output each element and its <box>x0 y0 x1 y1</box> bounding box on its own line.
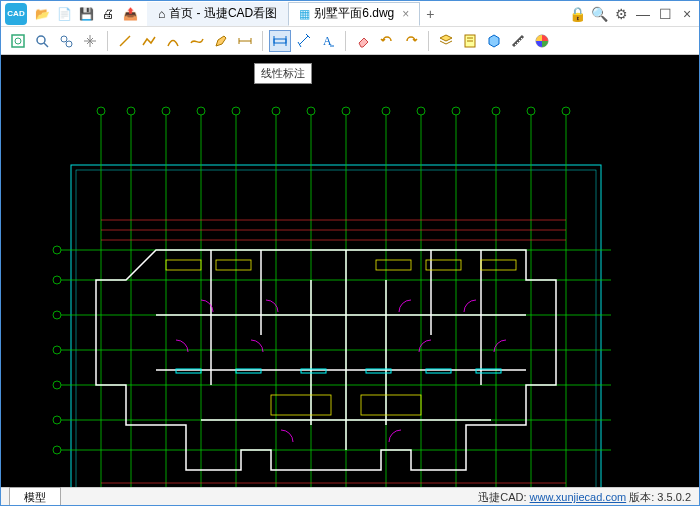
export-icon[interactable]: 📤 <box>121 5 139 23</box>
add-tab-button[interactable]: + <box>420 6 440 22</box>
svg-point-52 <box>342 107 350 115</box>
svg-rect-10 <box>274 39 286 43</box>
gear-icon[interactable]: ⚙ <box>613 6 629 22</box>
svg-line-6 <box>120 36 130 46</box>
app-logo: CAD <box>5 3 27 25</box>
svg-point-64 <box>53 416 61 424</box>
titlebar: CAD 📂 📄 💾 🖨 📤 ⌂ 首页 - 迅捷CAD看图 ▦ 别墅平面6.dwg… <box>1 1 699 27</box>
spline-button[interactable] <box>186 30 208 52</box>
layer-button[interactable] <box>435 30 457 52</box>
window-controls: 🔒 🔍 ⚙ — ☐ × <box>569 6 695 22</box>
svg-point-50 <box>272 107 280 115</box>
svg-point-2 <box>37 36 45 44</box>
drawing-canvas[interactable]: 线性标注 <box>1 55 699 487</box>
open-icon[interactable]: 📂 <box>33 5 51 23</box>
measure-button[interactable] <box>507 30 529 52</box>
polyline-button[interactable] <box>138 30 160 52</box>
zoom-window-button[interactable] <box>31 30 53 52</box>
svg-line-3 <box>44 43 48 47</box>
svg-point-54 <box>417 107 425 115</box>
svg-point-49 <box>232 107 240 115</box>
zoom-realtime-button[interactable] <box>55 30 77 52</box>
svg-rect-22 <box>71 165 601 487</box>
svg-point-47 <box>162 107 170 115</box>
svg-line-13 <box>299 36 308 45</box>
erase-button[interactable] <box>352 30 374 52</box>
svg-point-62 <box>53 346 61 354</box>
edit-button[interactable] <box>210 30 232 52</box>
pan-button[interactable] <box>79 30 101 52</box>
separator <box>345 31 346 51</box>
svg-point-56 <box>492 107 500 115</box>
arc-button[interactable] <box>162 30 184 52</box>
separator <box>262 31 263 51</box>
svg-point-45 <box>97 107 105 115</box>
svg-point-46 <box>127 107 135 115</box>
svg-point-55 <box>452 107 460 115</box>
minimize-button[interactable]: — <box>635 6 651 22</box>
linear-dim-button[interactable] <box>269 30 291 52</box>
zoom-extents-button[interactable] <box>7 30 29 52</box>
text-button[interactable]: A <box>317 30 339 52</box>
svg-point-51 <box>307 107 315 115</box>
svg-point-59 <box>53 246 61 254</box>
doc-icon: ▦ <box>299 7 310 21</box>
tab-document[interactable]: ▦ 别墅平面6.dwg × <box>288 2 420 26</box>
redo-button[interactable] <box>400 30 422 52</box>
svg-rect-78 <box>376 260 411 270</box>
status-bar: 模型 迅捷CAD: www.xunjiecad.com 版本: 3.5.0.2 <box>1 487 699 506</box>
separator <box>428 31 429 51</box>
svg-point-1 <box>15 38 21 44</box>
svg-rect-81 <box>271 395 331 415</box>
undo-button[interactable] <box>376 30 398 52</box>
model-tab[interactable]: 模型 <box>9 487 61 506</box>
svg-point-61 <box>53 311 61 319</box>
svg-point-5 <box>66 41 72 47</box>
tab-strip: ⌂ 首页 - 迅捷CAD看图 ▦ 别墅平面6.dwg × + <box>147 1 440 26</box>
svg-rect-76 <box>166 260 201 270</box>
print-icon[interactable]: 🖨 <box>99 5 117 23</box>
svg-point-57 <box>527 107 535 115</box>
save-icon[interactable]: 💾 <box>77 5 95 23</box>
tooltip: 线性标注 <box>254 63 312 84</box>
tab-home[interactable]: ⌂ 首页 - 迅捷CAD看图 <box>147 2 288 26</box>
maximize-button[interactable]: ☐ <box>657 6 673 22</box>
status-text: 迅捷CAD: www.xunjiecad.com 版本: 3.5.0.2 <box>478 490 699 505</box>
properties-button[interactable] <box>459 30 481 52</box>
dimension-tool-button[interactable] <box>234 30 256 52</box>
block-button[interactable] <box>483 30 505 52</box>
close-icon[interactable]: × <box>402 7 409 21</box>
line-button[interactable] <box>114 30 136 52</box>
svg-point-48 <box>197 107 205 115</box>
svg-point-60 <box>53 276 61 284</box>
new-icon[interactable]: 📄 <box>55 5 73 23</box>
separator <box>107 31 108 51</box>
website-link[interactable]: www.xunjiecad.com <box>530 491 627 503</box>
svg-point-58 <box>562 107 570 115</box>
svg-rect-82 <box>361 395 421 415</box>
svg-point-4 <box>61 36 67 42</box>
svg-point-63 <box>53 381 61 389</box>
svg-point-53 <box>382 107 390 115</box>
cad-drawing <box>1 55 699 487</box>
svg-rect-0 <box>12 35 24 47</box>
svg-point-65 <box>53 446 61 454</box>
close-button[interactable]: × <box>679 6 695 22</box>
home-icon: ⌂ <box>158 7 165 21</box>
lock-icon[interactable]: 🔒 <box>569 6 585 22</box>
svg-rect-23 <box>76 170 596 487</box>
tab-label: 别墅平面6.dwg <box>314 5 394 22</box>
toolbar: A <box>1 27 699 55</box>
color-button[interactable] <box>531 30 553 52</box>
svg-rect-77 <box>216 260 251 270</box>
svg-rect-80 <box>481 260 516 270</box>
tab-label: 首页 - 迅捷CAD看图 <box>169 5 277 22</box>
search-icon[interactable]: 🔍 <box>591 6 607 22</box>
aligned-dim-button[interactable] <box>293 30 315 52</box>
